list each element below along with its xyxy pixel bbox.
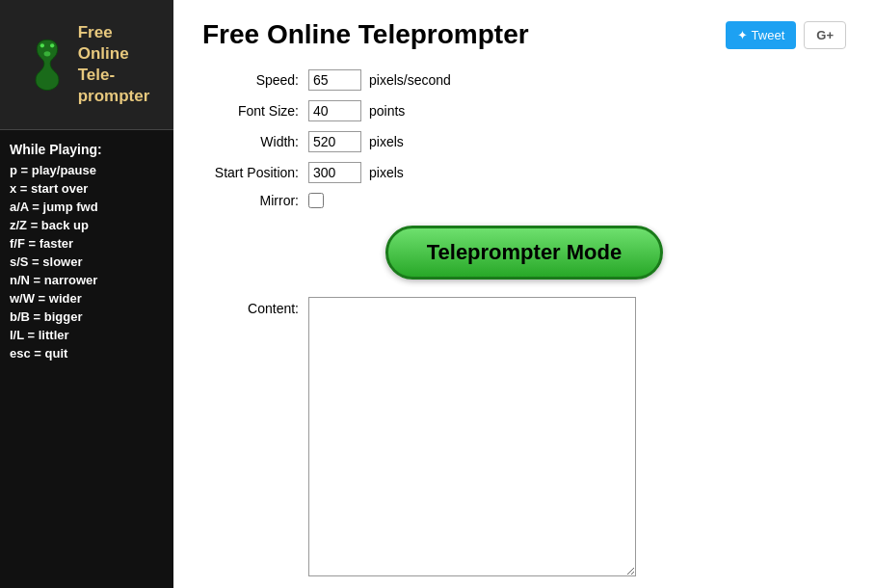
page-title: Free Online Teleprompter <box>202 19 529 50</box>
shortcut-item: z/Z = back up <box>10 218 164 232</box>
shortcut-item: p = play/pause <box>10 163 164 177</box>
shortcut-item: f/F = faster <box>10 236 164 251</box>
gplus-button[interactable]: G+ <box>804 21 846 49</box>
content-textarea[interactable] <box>308 297 636 576</box>
shortcut-item: x = start over <box>10 181 164 196</box>
width-row: Width: pixels <box>202 131 846 152</box>
shortcut-item: b/B = bigger <box>10 309 164 324</box>
shortcut-item: a/A = jump fwd <box>10 200 164 214</box>
shortcut-item: esc = quit <box>10 346 164 361</box>
width-unit: pixels <box>369 134 404 149</box>
social-buttons: ✦ Tweet G+ <box>726 21 846 49</box>
mirror-row: Mirror: <box>202 193 846 208</box>
speed-input[interactable] <box>308 69 361 91</box>
mirror-label: Mirror: <box>202 193 308 208</box>
width-label: Width: <box>202 134 308 149</box>
content-row: Content: <box>202 297 846 576</box>
teleprompter-button-wrap: Teleprompter Mode <box>202 226 846 280</box>
speed-label: Speed: <box>202 72 308 88</box>
speed-row: Speed: pixels/second <box>202 69 846 91</box>
shortcut-item: s/S = slower <box>10 254 164 269</box>
settings-form: Speed: pixels/second Font Size: points W… <box>202 69 846 208</box>
logo-text: Free Online Tele- prompter <box>78 22 150 107</box>
shortcut-item: w/W = wider <box>10 291 164 306</box>
shortcut-item: n/N = narrower <box>10 273 164 287</box>
svg-point-0 <box>40 43 43 47</box>
startpos-label: Start Position: <box>202 165 308 180</box>
logo-area: Free Online Tele- prompter <box>0 0 173 130</box>
shortcut-item: l/L = littler <box>10 328 164 342</box>
speed-unit: pixels/second <box>369 72 451 88</box>
width-input[interactable] <box>308 131 361 152</box>
fontsize-unit: points <box>369 103 405 119</box>
fontsize-input[interactable] <box>308 100 361 121</box>
shortcuts-heading: While Playing: <box>10 142 164 157</box>
svg-point-2 <box>43 51 50 56</box>
main-panel: Free Online Teleprompter ✦ Tweet G+ Spee… <box>173 0 875 588</box>
fontsize-row: Font Size: points <box>202 100 846 121</box>
startpos-unit: pixels <box>369 165 404 180</box>
svg-point-1 <box>50 43 54 47</box>
startpos-input[interactable] <box>308 162 361 183</box>
content-label: Content: <box>202 297 308 316</box>
teleprompter-mode-button[interactable]: Teleprompter Mode <box>385 226 664 280</box>
shortcuts-panel: While Playing: p = play/pausex = start o… <box>0 130 173 376</box>
sidebar: Free Online Tele- prompter While Playing… <box>0 0 173 588</box>
fontsize-label: Font Size: <box>202 103 308 119</box>
startpos-row: Start Position: pixels <box>202 162 846 183</box>
mirror-checkbox[interactable] <box>308 193 324 208</box>
header-row: Free Online Teleprompter ✦ Tweet G+ <box>202 19 846 50</box>
tweet-button[interactable]: ✦ Tweet <box>726 21 796 49</box>
logo-icon <box>24 36 70 94</box>
